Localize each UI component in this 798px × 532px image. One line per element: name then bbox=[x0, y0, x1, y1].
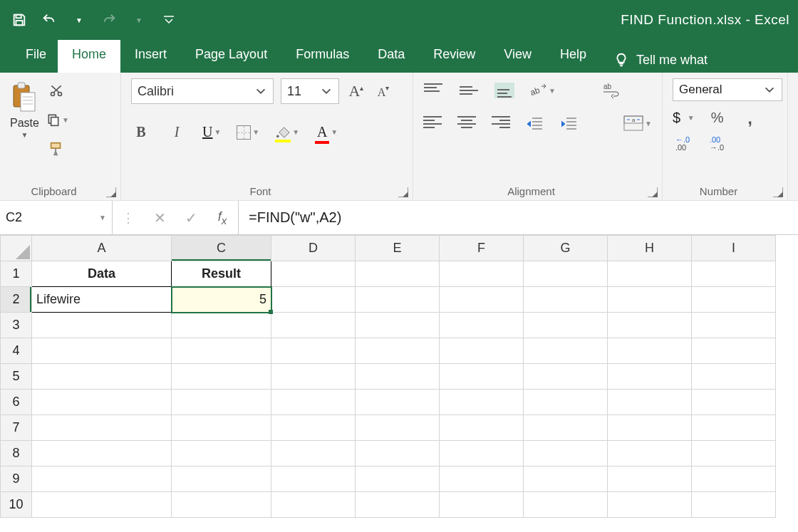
cell[interactable] bbox=[692, 466, 776, 492]
cell[interactable] bbox=[440, 287, 524, 313]
col-header-H[interactable]: H bbox=[608, 236, 692, 261]
cell[interactable] bbox=[356, 415, 440, 441]
fill-color-button[interactable]: ▼ bbox=[275, 126, 299, 139]
tab-file[interactable]: File bbox=[14, 40, 58, 73]
align-right-icon[interactable] bbox=[492, 115, 510, 131]
cell[interactable] bbox=[356, 313, 440, 338]
cell[interactable] bbox=[356, 390, 440, 415]
wrap-text-icon[interactable]: ab bbox=[601, 83, 621, 98]
font-name-combo[interactable]: Calibri bbox=[131, 78, 274, 104]
cell[interactable] bbox=[692, 338, 776, 364]
cell[interactable] bbox=[172, 441, 271, 466]
cell[interactable] bbox=[692, 287, 776, 313]
cell[interactable] bbox=[271, 492, 356, 518]
cancel-formula-icon[interactable]: ✕ bbox=[144, 201, 175, 234]
cell[interactable] bbox=[524, 287, 608, 313]
row-header-10[interactable]: 10 bbox=[1, 492, 32, 518]
cell[interactable] bbox=[608, 364, 692, 390]
row-header-5[interactable]: 5 bbox=[1, 364, 32, 390]
cell[interactable] bbox=[172, 364, 271, 390]
col-header-F[interactable]: F bbox=[440, 236, 524, 261]
font-color-button[interactable]: A ▼ bbox=[315, 124, 338, 140]
tab-data[interactable]: Data bbox=[363, 40, 419, 73]
fx-icon[interactable]: fx bbox=[207, 201, 238, 234]
formula-input[interactable]: =FIND("w",A2) bbox=[238, 201, 798, 234]
cell[interactable] bbox=[172, 338, 271, 364]
cell[interactable] bbox=[356, 287, 440, 313]
cell[interactable] bbox=[271, 466, 356, 492]
cell[interactable] bbox=[524, 441, 608, 466]
cell[interactable] bbox=[172, 415, 271, 441]
cell[interactable] bbox=[524, 466, 608, 492]
copy-dropdown-icon[interactable]: ▼ bbox=[62, 116, 69, 124]
cell[interactable] bbox=[524, 390, 608, 415]
cell[interactable] bbox=[271, 313, 356, 338]
tab-insert[interactable]: Insert bbox=[120, 40, 181, 73]
cell[interactable] bbox=[608, 313, 692, 338]
increase-decimal-icon[interactable]: ←.0.00 bbox=[673, 136, 693, 152]
col-header-D[interactable]: D bbox=[271, 236, 356, 261]
cell-C1[interactable]: Result bbox=[172, 261, 271, 287]
name-box-dropdown-icon[interactable]: ▼ bbox=[99, 214, 106, 221]
cell[interactable] bbox=[692, 390, 776, 415]
cell[interactable] bbox=[356, 466, 440, 492]
cell[interactable] bbox=[692, 313, 776, 338]
align-left-icon[interactable] bbox=[423, 115, 442, 131]
cell[interactable] bbox=[32, 492, 172, 518]
align-bottom-icon[interactable] bbox=[494, 83, 514, 98]
cell-A1[interactable]: Data bbox=[32, 261, 172, 287]
cell[interactable] bbox=[692, 261, 776, 287]
tab-formulas[interactable]: Formulas bbox=[281, 40, 363, 73]
alignment-launcher-icon[interactable] bbox=[648, 187, 658, 197]
cell[interactable] bbox=[440, 364, 524, 390]
row-header-7[interactable]: 7 bbox=[1, 415, 32, 441]
qat-customize-icon[interactable] bbox=[158, 9, 180, 31]
col-header-G[interactable]: G bbox=[524, 236, 608, 261]
cell[interactable] bbox=[271, 287, 356, 313]
name-box[interactable]: C2 ▼ bbox=[0, 201, 113, 234]
paste-button[interactable]: Paste ▼ bbox=[10, 78, 39, 157]
number-format-combo[interactable]: General bbox=[673, 78, 782, 101]
cell[interactable] bbox=[608, 492, 692, 518]
cell[interactable] bbox=[440, 313, 524, 338]
orientation-button[interactable]: ab ▼ bbox=[530, 83, 556, 98]
cell[interactable] bbox=[440, 338, 524, 364]
undo-dropdown-icon[interactable]: ▼ bbox=[68, 9, 90, 31]
cell[interactable] bbox=[440, 261, 524, 287]
cell[interactable] bbox=[524, 261, 608, 287]
cut-icon[interactable] bbox=[46, 83, 66, 98]
cell[interactable] bbox=[692, 492, 776, 518]
decrease-decimal-icon[interactable]: .00→.0 bbox=[707, 136, 727, 152]
cell[interactable] bbox=[524, 492, 608, 518]
cell[interactable] bbox=[608, 261, 692, 287]
cell[interactable] bbox=[271, 415, 356, 441]
col-header-C[interactable]: C bbox=[172, 236, 271, 261]
enter-formula-icon[interactable]: ✓ bbox=[175, 201, 207, 234]
italic-button[interactable]: I bbox=[167, 125, 187, 140]
decrease-font-icon[interactable]: A▾ bbox=[373, 83, 393, 99]
underline-button[interactable]: U▼ bbox=[202, 124, 221, 140]
cell[interactable] bbox=[32, 441, 172, 466]
undo-icon[interactable] bbox=[38, 9, 60, 31]
align-middle-icon[interactable] bbox=[459, 83, 479, 98]
cell[interactable] bbox=[608, 441, 692, 466]
cell[interactable] bbox=[524, 338, 608, 364]
tell-me[interactable]: Tell me what bbox=[601, 40, 708, 73]
merge-center-button[interactable]: a ▼ bbox=[623, 115, 652, 131]
row-header-3[interactable]: 3 bbox=[1, 313, 32, 338]
format-painter-icon[interactable] bbox=[46, 141, 66, 157]
cell-A2[interactable]: Lifewire bbox=[32, 287, 172, 313]
col-header-I[interactable]: I bbox=[692, 236, 776, 261]
paste-dropdown-icon[interactable]: ▼ bbox=[21, 131, 28, 139]
increase-font-icon[interactable]: A▴ bbox=[346, 83, 366, 99]
cell[interactable] bbox=[32, 338, 172, 364]
copy-button[interactable]: ▼ bbox=[46, 113, 69, 127]
cell[interactable] bbox=[32, 466, 172, 492]
bold-button[interactable]: B bbox=[131, 125, 151, 140]
cell[interactable] bbox=[692, 364, 776, 390]
row-header-6[interactable]: 6 bbox=[1, 390, 32, 415]
cell[interactable] bbox=[32, 415, 172, 441]
cell[interactable] bbox=[440, 492, 524, 518]
row-header-2[interactable]: 2 bbox=[1, 287, 32, 313]
row-header-9[interactable]: 9 bbox=[1, 466, 32, 492]
